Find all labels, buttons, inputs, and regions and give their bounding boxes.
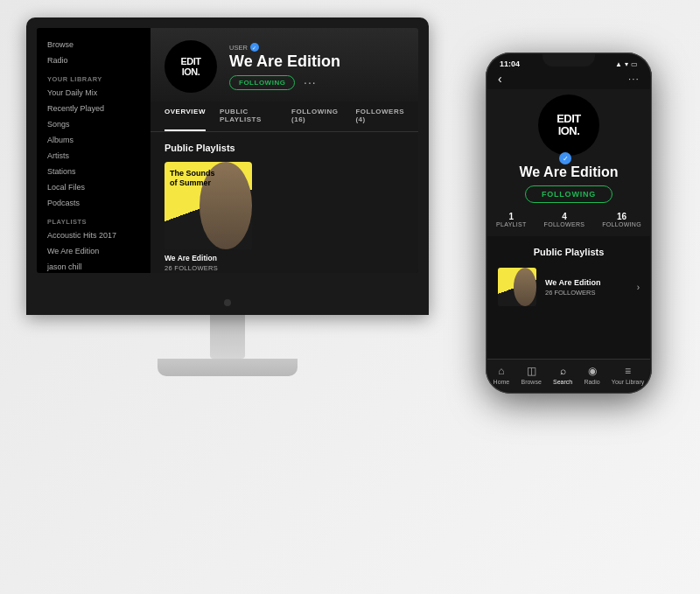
sidebar-item-stations[interactable]: Stations (37, 164, 150, 179)
phone-playlist-info: We Are Edition 26 FOLLOWERS (545, 278, 628, 297)
phone-body: 11:04 ▲ ▾ ▭ ‹ ··· EDITION. (486, 52, 652, 394)
signal-icon: ▲ (615, 60, 622, 68)
playlist-name: We Are Edition (164, 254, 252, 262)
phone-artist-section: EDITION. ✓ We Are Edition FOLLOWING 1 PL… (487, 89, 650, 236)
following-button[interactable]: FOLLOWING (229, 75, 295, 90)
phone-nav-library-label: Your Library (612, 379, 645, 385)
status-time: 11:04 (500, 59, 520, 68)
phone-stat-playlist-num: 1 (509, 212, 514, 221)
sidebar-label-playlists: PLAYLISTS (37, 211, 150, 227)
phone-stat-followers-num: 4 (562, 212, 567, 221)
tab-following[interactable]: FOLLOWING (16) (291, 101, 341, 131)
sidebar-playlist-1[interactable]: We Are Edition (37, 243, 150, 259)
phone-stats: 1 PLAYLIST 4 FOLLOWERS 16 FOLLOWING (496, 212, 641, 227)
radio-icon: ◉ (588, 365, 597, 377)
phone-stat-followers-label: FOLLOWERS (544, 221, 585, 227)
phone-notch (542, 54, 595, 66)
playlists-section: Public Playlists The Soundsof Summer We … (150, 132, 418, 273)
phone-nav-library[interactable]: ≡ Your Library (612, 365, 645, 385)
phone-playlist-row[interactable]: We Are Edition 26 FOLLOWERS › (498, 264, 640, 310)
tab-public-playlists[interactable]: PUBLIC PLAYLISTS (220, 101, 277, 131)
phone-stat-followers: 4 FOLLOWERS (544, 212, 585, 227)
wifi-icon: ▾ (625, 60, 628, 68)
phone-playlist-thumb (498, 268, 536, 306)
phone-verified-badge: ✓ (559, 152, 571, 164)
imac-device: Browse Radio YOUR LIBRARY Your Daily Mix… (26, 17, 429, 376)
phone-thumb-inner (498, 268, 536, 306)
battery-icon: ▭ (631, 60, 638, 68)
phone-playlists-title: Public Playlists (498, 247, 640, 257)
artist-info: USER ✓ We Are Edition FOLLOWING ··· (229, 43, 404, 90)
artist-logo: EDITION. (164, 40, 217, 93)
browse-icon: ◫ (527, 365, 536, 377)
phone-nav-home[interactable]: ⌂ Home (494, 365, 510, 385)
sidebar-item-albums[interactable]: Albums (37, 132, 150, 148)
sidebar-playlist-0[interactable]: Accoustic Hits 2017 (37, 227, 150, 243)
phone-playlists-section: Public Playlists We Are Edition 26 FOLLO… (487, 236, 650, 359)
phone-stat-following: 16 FOLLOWING (602, 212, 641, 227)
row-chevron-right-icon: › (637, 283, 640, 292)
phone-nav: ‹ ··· (487, 68, 650, 89)
user-label-text: USER (229, 44, 248, 52)
imac-screen: Browse Radio YOUR LIBRARY Your Daily Mix… (37, 28, 418, 273)
sidebar-item-radio[interactable]: Radio (37, 52, 150, 68)
phone-bottom-nav: ⌂ Home ◫ Browse ⌕ Search ◉ Radio (487, 359, 650, 392)
phone-following-button[interactable]: FOLLOWING (525, 185, 612, 203)
playlist-card[interactable]: The Soundsof Summer We Are Edition 26 FO… (164, 162, 252, 272)
phone-stat-playlist-label: PLAYLIST (496, 221, 527, 227)
phone-device: 11:04 ▲ ▾ ▭ ‹ ··· EDITION. (486, 52, 652, 394)
phone-nav-radio[interactable]: ◉ Radio (584, 365, 599, 385)
verified-badge: ✓ (250, 43, 259, 52)
main-content: EDITION. USER ✓ We Are Edition FOLLOWING… (150, 28, 418, 273)
nav-tabs: OVERVIEW PUBLIC PLAYLISTS FOLLOWING (16)… (150, 101, 418, 132)
phone-stat-following-label: FOLLOWING (602, 221, 641, 227)
sidebar-item-artists[interactable]: Artists (37, 148, 150, 164)
sidebar-item-local-files[interactable]: Local Files (37, 179, 150, 195)
desktop-artist-name: We Are Edition (229, 53, 404, 69)
phone-nav-browse-label: Browse (521, 379, 541, 385)
scene: Browse Radio YOUR LIBRARY Your Daily Mix… (0, 0, 700, 594)
imac-stand (158, 359, 298, 376)
tab-followers[interactable]: FOLLOWERS (4) (355, 101, 404, 131)
phone-nav-home-label: Home (494, 379, 510, 385)
phone-artist-name: We Are Edition (520, 164, 619, 180)
artist-user-label: USER ✓ (229, 43, 404, 52)
phone-playlist-followers: 26 FOLLOWERS (545, 289, 628, 297)
tab-overview[interactable]: OVERVIEW (164, 101, 206, 131)
playlist-followers: 26 FOLLOWERS (164, 264, 252, 272)
phone-nav-browse[interactable]: ◫ Browse (521, 365, 541, 385)
sidebar-item-podcasts[interactable]: Podcasts (37, 195, 150, 211)
sidebar-item-songs[interactable]: Songs (37, 116, 150, 132)
imac-neck (210, 315, 245, 359)
logo-text: EDITION. (180, 56, 200, 77)
phone-nav-search-label: Search (553, 379, 572, 385)
artist-actions: FOLLOWING ··· (229, 74, 404, 90)
phone-thumb-figure (514, 268, 536, 306)
sidebar-item-recently-played[interactable]: Recently Played (37, 101, 150, 116)
phone-more-button[interactable]: ··· (628, 74, 640, 84)
library-icon: ≡ (625, 365, 631, 377)
phone-nav-radio-label: Radio (584, 379, 599, 385)
sidebar-item-daily-mix[interactable]: Your Daily Mix (37, 85, 150, 101)
imac-bezel: Browse Radio YOUR LIBRARY Your Daily Mix… (26, 17, 429, 315)
sidebar-playlist-2[interactable]: jason chill (37, 259, 150, 273)
artist-header: EDITION. USER ✓ We Are Edition FOLLOWING… (150, 28, 418, 101)
phone-screen: 11:04 ▲ ▾ ▭ ‹ ··· EDITION. (487, 54, 650, 392)
phone-stat-following-num: 16 (617, 212, 626, 221)
phone-nav-search[interactable]: ⌕ Search (553, 365, 572, 385)
sidebar-item-browse[interactable]: Browse (37, 37, 150, 52)
sidebar: Browse Radio YOUR LIBRARY Your Daily Mix… (37, 28, 150, 273)
status-icons: ▲ ▾ ▭ (615, 60, 638, 68)
phone-stat-playlist: 1 PLAYLIST (496, 212, 527, 227)
playlist-thumb-inner: The Soundsof Summer (164, 162, 252, 249)
more-options-button[interactable]: ··· (302, 74, 318, 90)
phone-artist-logo: EDITION. (538, 94, 599, 156)
playlist-thumbnail: The Soundsof Summer (164, 162, 252, 249)
thumb-text: The Soundsof Summer (170, 169, 215, 188)
search-icon: ⌕ (560, 365, 566, 377)
phone-logo-text: EDITION. (556, 113, 581, 138)
phone-back-button[interactable]: ‹ (498, 72, 502, 86)
home-icon: ⌂ (498, 365, 504, 377)
sidebar-label-library: YOUR LIBRARY (37, 68, 150, 85)
phone-playlist-name: We Are Edition (545, 278, 628, 287)
